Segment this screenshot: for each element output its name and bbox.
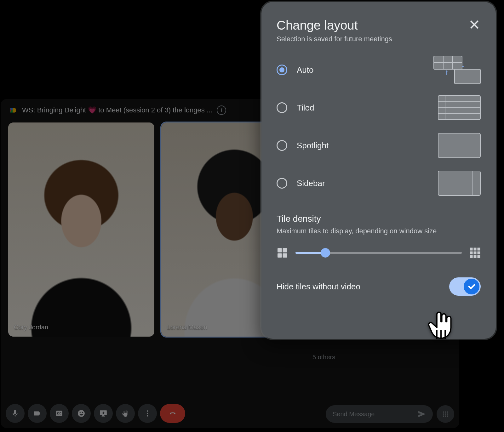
- svg-rect-18: [478, 248, 480, 251]
- svg-point-9: [443, 416, 444, 417]
- svg-point-5: [447, 412, 448, 413]
- tile-density-subtitle: Maximum tiles to display, depending on w…: [277, 227, 481, 235]
- meeting-title: WS: Bringing Delight 💗 to Meet (session …: [22, 106, 212, 114]
- panel-title: Change layout: [277, 18, 392, 32]
- svg-rect-19: [470, 252, 473, 254]
- svg-point-8: [447, 413, 448, 415]
- svg-rect-23: [474, 255, 477, 258]
- raise-hand-button[interactable]: [116, 404, 135, 423]
- change-layout-panel: Change layout Selection is saved for fut…: [261, 2, 496, 339]
- layout-sidebar-icon: [438, 171, 481, 196]
- svg-point-6: [443, 413, 444, 415]
- participant-name: Lorena Mason: [167, 324, 207, 331]
- svg-rect-12: [278, 248, 282, 253]
- svg-point-4: [445, 412, 446, 413]
- option-label: Auto: [297, 65, 424, 75]
- option-label: Sidebar: [297, 179, 428, 188]
- tile-density-slider[interactable]: [295, 252, 462, 254]
- hide-tiles-toggle[interactable]: [449, 277, 481, 296]
- svg-rect-21: [478, 252, 480, 254]
- svg-rect-22: [470, 255, 473, 258]
- radio-icon: [277, 65, 287, 75]
- camera-button[interactable]: [28, 404, 47, 423]
- tile-density-row: [277, 247, 481, 259]
- hide-tiles-row: Hide tiles without video: [277, 277, 481, 296]
- density-max-icon: [469, 247, 481, 259]
- option-label: Spotlight: [297, 141, 428, 151]
- svg-point-7: [445, 413, 446, 415]
- svg-point-0: [147, 410, 148, 412]
- more-options-button[interactable]: [138, 404, 157, 423]
- hide-tiles-label: Hide tiles without video: [277, 282, 360, 292]
- panel-header: Change layout Selection is saved for fut…: [277, 18, 481, 43]
- density-min-icon: [277, 247, 288, 259]
- svg-rect-17: [474, 248, 477, 251]
- layout-tiled-icon: [438, 95, 481, 120]
- tile-density-title: Tile density: [277, 214, 481, 224]
- radio-icon: [277, 140, 287, 151]
- present-button[interactable]: [94, 404, 113, 423]
- layout-auto-icon: ↓↑: [433, 56, 481, 84]
- layout-options: Auto ↓↑ Tiled Spotlight Sidebar: [277, 58, 481, 196]
- option-label: Tiled: [297, 103, 428, 113]
- meet-logo-icon: [8, 106, 18, 114]
- close-button[interactable]: [468, 18, 481, 31]
- hangup-button[interactable]: [160, 404, 185, 423]
- emoji-button[interactable]: [72, 404, 91, 423]
- svg-point-11: [447, 416, 448, 417]
- message-input[interactable]: [326, 405, 433, 423]
- layout-option-auto[interactable]: Auto ↓↑: [277, 58, 481, 82]
- svg-point-3: [443, 412, 444, 413]
- svg-rect-16: [470, 248, 473, 251]
- control-bar: [6, 404, 185, 423]
- radio-icon: [277, 102, 287, 113]
- video-tile[interactable]: Cory Jordan: [8, 122, 154, 337]
- meeting-info-button[interactable]: i: [217, 105, 226, 115]
- check-icon: [464, 279, 479, 294]
- slider-thumb[interactable]: [321, 248, 330, 258]
- mute-button[interactable]: [6, 404, 25, 423]
- svg-point-10: [445, 416, 446, 417]
- svg-rect-24: [478, 255, 480, 258]
- svg-rect-14: [278, 253, 282, 258]
- apps-grid-icon[interactable]: [437, 405, 454, 423]
- layout-option-spotlight[interactable]: Spotlight: [277, 133, 481, 158]
- layout-spotlight-icon: [438, 133, 481, 158]
- layout-option-tiled[interactable]: Tiled: [277, 95, 481, 120]
- send-icon[interactable]: [417, 409, 427, 419]
- layout-option-sidebar[interactable]: Sidebar: [277, 171, 481, 196]
- radio-icon: [277, 178, 287, 189]
- svg-point-2: [147, 415, 148, 416]
- others-count: 5 others: [312, 354, 335, 361]
- panel-subtitle: Selection is saved for future meetings: [277, 35, 392, 43]
- svg-rect-13: [283, 248, 287, 253]
- captions-button[interactable]: [50, 404, 69, 423]
- message-bar: [326, 405, 454, 423]
- svg-rect-20: [474, 252, 477, 254]
- participant-name: Cory Jordan: [14, 324, 48, 331]
- svg-rect-15: [283, 253, 287, 258]
- svg-point-1: [147, 413, 148, 414]
